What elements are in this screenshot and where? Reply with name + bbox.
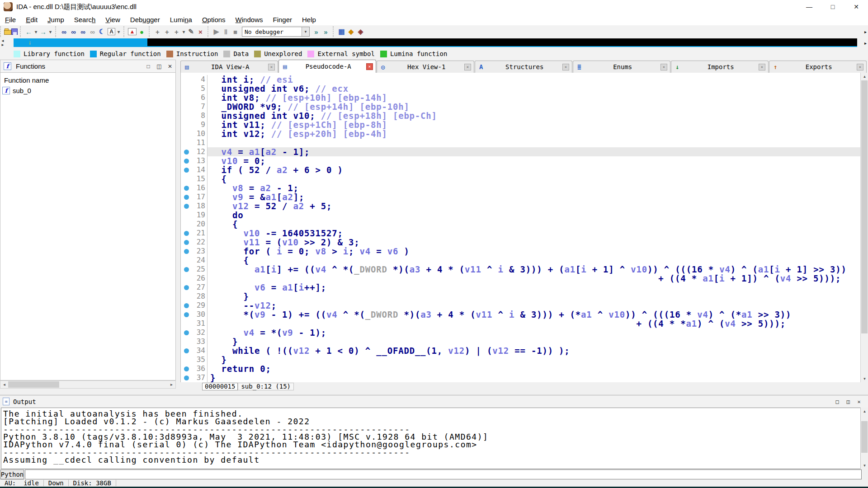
maximize-button[interactable]: □ — [821, 0, 844, 14]
tab-ida-view-a[interactable]: ▤IDA View-A✕ — [180, 61, 278, 73]
scrollbar-thumb[interactable] — [8, 381, 59, 388]
breakpoint-gutter[interactable] — [181, 84, 192, 93]
code-text[interactable]: unsigned int v6; // ecx — [207, 84, 868, 93]
breakpoint-dot[interactable] — [181, 156, 192, 165]
breakpoint-gutter[interactable] — [181, 211, 192, 220]
breakpoint-dot[interactable] — [181, 373, 192, 382]
code-text[interactable]: while ( !((v12 + 1 < 0) ^ __OFADD__(1, v… — [207, 346, 868, 355]
code-line[interactable]: 19 do — [181, 211, 868, 220]
tab-pseudocode-a[interactable]: ▤Pseudocode-A✕ — [278, 60, 376, 73]
step-into-icon[interactable]: » — [311, 27, 321, 37]
tab-hex-view-1[interactable]: ◎Hex View-1✕ — [377, 61, 474, 73]
names-icon[interactable]: A — [107, 27, 116, 37]
open-file-icon[interactable] — [4, 30, 11, 35]
output-panel-header[interactable]: ≡ Output □◫✕ — [0, 395, 868, 408]
breakpoint-gutter[interactable] — [181, 174, 192, 183]
debugger-pause-icon[interactable]: ‖ — [221, 27, 231, 37]
breakpoint-dot[interactable] — [181, 364, 192, 373]
search-disabled-icon[interactable]: ∞ — [88, 27, 97, 37]
menu-debugger[interactable]: Debugger — [125, 14, 165, 25]
menu-file[interactable]: File — [0, 14, 21, 25]
delete-struct-icon[interactable]: × — [196, 27, 205, 37]
code-text[interactable]: if ( 52 / a2 + 6 > 0 ) — [207, 165, 868, 174]
breakpoint-dot[interactable] — [181, 301, 192, 310]
forward-history-dropdown-icon[interactable]: ▾ — [48, 27, 53, 37]
float-button[interactable]: ◫ — [154, 61, 165, 71]
menu-lumina[interactable]: Lumina — [165, 14, 197, 25]
code-text[interactable]: v10 = 0; — [207, 156, 868, 165]
breakpoint-dot[interactable] — [181, 328, 192, 337]
code-text[interactable]: int v8; // [esp+10h] [ebp-14h] — [207, 93, 868, 102]
breakpoint-gutter[interactable] — [181, 93, 192, 102]
scroll-up-icon[interactable]: ▲ — [861, 73, 868, 80]
code-text[interactable]: int v12; // [esp+20h] [ebp-4h] — [207, 129, 868, 138]
tab-enums[interactable]: ≣Enums✕ — [573, 61, 670, 73]
breakpoint-dot[interactable] — [181, 283, 192, 292]
chevron-down-icon[interactable]: ▾ — [302, 27, 309, 36]
breakpoint-gutter[interactable] — [181, 292, 192, 301]
scroll-right-icon[interactable]: ► — [168, 381, 175, 388]
scroll-left-icon[interactable]: ◄ — [0, 381, 8, 388]
dock-button[interactable]: □ — [832, 397, 843, 407]
code-line[interactable]: 35 } — [181, 355, 868, 364]
tab-close-icon[interactable]: ✕ — [857, 64, 863, 70]
code-text[interactable]: } — [207, 337, 868, 346]
code-line[interactable]: 33 } — [181, 337, 868, 346]
menu-help[interactable]: Help — [297, 14, 321, 25]
names-dropdown-icon[interactable]: ▾ — [116, 27, 121, 37]
code-line[interactable]: 30 *(v9 - 1) += ((v4 ^ *(_DWORD *)(a3 + … — [181, 310, 868, 319]
code-line[interactable]: 37} — [181, 373, 868, 382]
code-line[interactable]: 11 — [181, 138, 868, 147]
jump-moon-icon[interactable]: ☾ — [97, 27, 107, 37]
tab-close-icon[interactable]: ✕ — [562, 64, 569, 70]
struct-dropdown-icon[interactable]: ▾ — [181, 27, 186, 37]
scrollbar-thumb[interactable] — [861, 421, 868, 453]
code-line[interactable]: 24 { — [181, 256, 868, 265]
tab-close-icon[interactable]: ✕ — [464, 64, 471, 70]
take-snapshot-icon[interactable]: ◈ — [356, 27, 365, 37]
breakpoint-gutter[interactable] — [181, 355, 192, 364]
functions-column-header[interactable]: Function name — [0, 73, 175, 84]
code-text[interactable]: + ((4 * *a1) ^ (v4 >> 5))); — [207, 319, 868, 328]
breakpoint-dot[interactable] — [181, 238, 192, 247]
functions-panel-header[interactable]: f Functions □◫✕ — [0, 60, 176, 73]
code-line[interactable]: 10 int v12; // [esp+20h] [ebp-4h] — [181, 129, 868, 138]
add-struct-icon[interactable]: + — [153, 27, 162, 37]
navband-track[interactable]: ↓ — [14, 38, 857, 47]
debugger-selector[interactable]: No debugger▾ — [242, 27, 310, 37]
step-over-icon[interactable]: » — [321, 27, 330, 37]
code-text[interactable]: for ( i = 0; v8 > i; v4 = v6 ) — [207, 247, 868, 256]
code-text[interactable]: v9 = &a1[a2]; — [207, 192, 868, 202]
output-vertical-scrollbar[interactable]: ▲ ▼ — [860, 408, 868, 469]
close-button[interactable]: ✕ — [844, 0, 868, 14]
code-line[interactable]: 28 } — [181, 292, 868, 301]
code-text[interactable]: v4 = a1[a2 - 1]; — [207, 147, 868, 156]
breakpoint-dot[interactable] — [181, 183, 192, 192]
minimize-button[interactable]: — — [797, 0, 821, 14]
breakpoint-dot[interactable] — [181, 229, 192, 238]
tab-imports[interactable]: ↓Imports✕ — [671, 61, 769, 73]
code-line[interactable]: 22 v11 = (v10 >> 2) & 3; — [181, 238, 868, 247]
breakpoint-dot[interactable] — [181, 310, 192, 319]
navigate-back-icon[interactable]: ← — [24, 27, 33, 37]
code-line[interactable]: 8 unsigned int v10; // [esp+18h] [ebp-Ch… — [181, 111, 868, 120]
breakpoint-gutter[interactable] — [181, 337, 192, 346]
output-log[interactable]: The initial autoanalysis has been finish… — [1, 408, 862, 469]
code-text[interactable]: { — [207, 256, 868, 265]
scroll-down-icon[interactable]: ▼ — [861, 375, 868, 382]
breakpoint-dot[interactable] — [181, 147, 192, 156]
code-text[interactable]: v12 = 52 / a2 + 5; — [207, 202, 868, 211]
function-list-item[interactable]: fsub_0 — [2, 87, 175, 94]
code-text[interactable]: v8 = a2 - 1; — [207, 183, 868, 192]
add-struct-variant-icon[interactable]: + — [172, 27, 181, 37]
code-text[interactable]: return 0; — [207, 364, 868, 373]
code-text[interactable]: { — [207, 174, 868, 183]
navband-left-arrow-icon[interactable]: ◄ — [1, 39, 6, 43]
debugger-start-icon[interactable]: ▶ — [212, 27, 221, 37]
dock-button[interactable]: □ — [143, 61, 154, 71]
code-line[interactable]: 25 a1[i] += ((v4 ^ *(_DWORD *)(a3 + 4 * … — [181, 265, 868, 274]
code-line[interactable]: 15 { — [181, 174, 868, 183]
code-line[interactable]: 27 v6 = a1[i++]; — [181, 283, 868, 292]
breakpoint-gutter[interactable] — [181, 319, 192, 328]
save-file-icon[interactable] — [11, 28, 18, 35]
